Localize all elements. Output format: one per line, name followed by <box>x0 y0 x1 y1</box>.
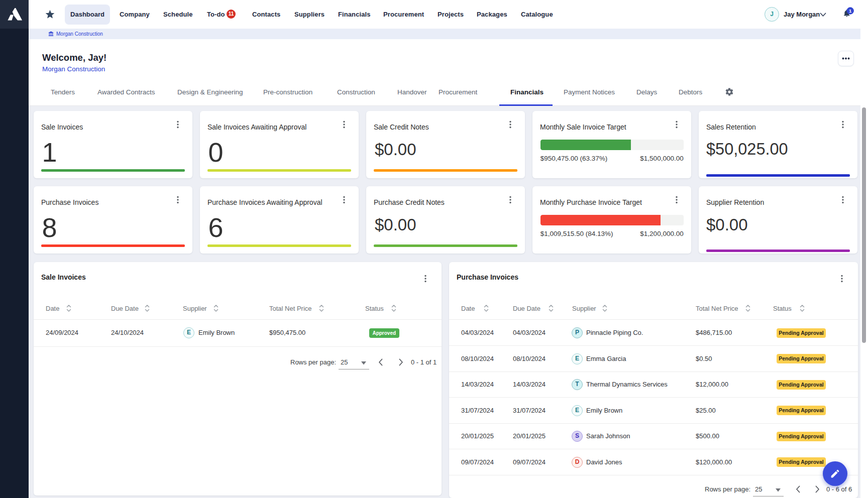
svg-text:1: 1 <box>849 8 852 14</box>
